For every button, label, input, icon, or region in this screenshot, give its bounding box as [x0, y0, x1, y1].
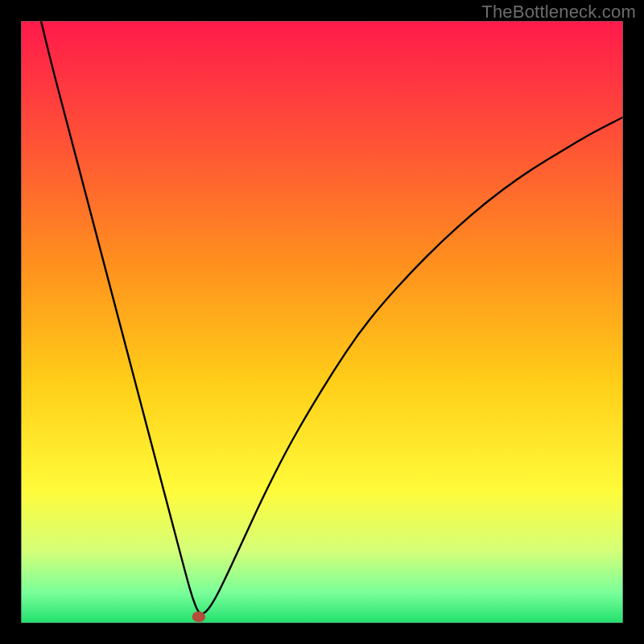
- svg-rect-2: [0, 623, 644, 644]
- svg-rect-4: [623, 0, 644, 644]
- chart-container: TheBottleneck.com: [0, 0, 644, 644]
- watermark-text: TheBottleneck.com: [481, 2, 636, 23]
- min-marker: [192, 611, 205, 621]
- marker-group: [192, 611, 205, 621]
- gradient-background: [21, 21, 622, 622]
- svg-rect-3: [0, 0, 21, 644]
- bottleneck-chart: [0, 0, 644, 644]
